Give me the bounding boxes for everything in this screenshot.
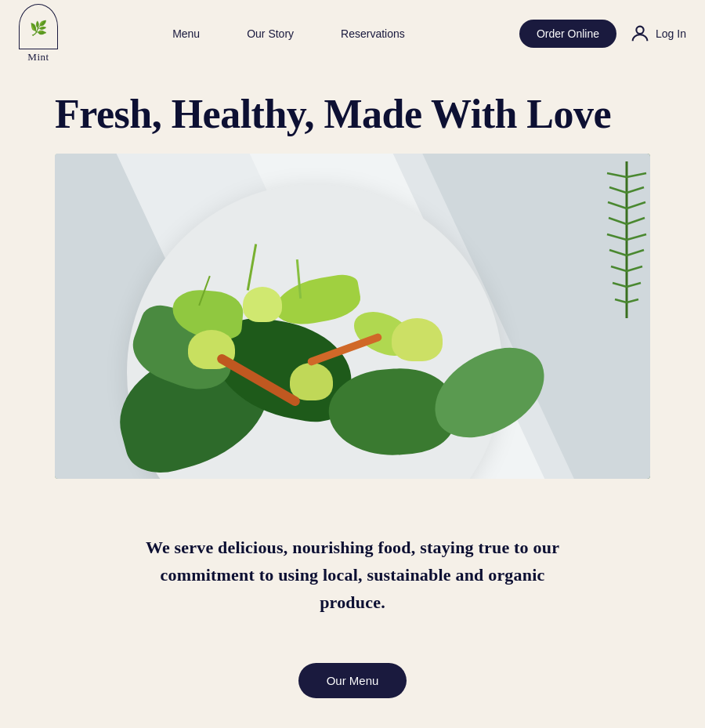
svg-line-10: [607, 234, 627, 240]
svg-line-3: [627, 173, 646, 177]
microgreens-2: [271, 272, 363, 329]
svg-line-7: [627, 202, 645, 208]
nav-menu[interactable]: Menu: [172, 27, 200, 40]
leaf-icon: 🌿: [30, 21, 47, 35]
logo-box: 🌿: [19, 4, 58, 49]
food-pile: [55, 154, 650, 479]
romanesco-2: [243, 287, 282, 322]
brand-name: Mint: [27, 51, 49, 63]
user-icon: [629, 23, 651, 45]
tagline-section: We serve delicious, nourishing food, sta…: [55, 518, 650, 632]
logo[interactable]: 🌿 Mint: [19, 4, 58, 63]
login-label: Log In: [656, 27, 686, 40]
svg-line-13: [627, 250, 644, 255]
svg-point-0: [636, 27, 643, 34]
svg-line-9: [627, 218, 645, 224]
svg-line-14: [611, 266, 627, 271]
svg-line-18: [615, 299, 627, 302]
header-actions: Order Online Log In: [519, 20, 686, 48]
romanesco-3: [290, 363, 333, 400]
svg-line-8: [609, 218, 627, 224]
svg-line-6: [608, 202, 627, 208]
site-header: 🌿 Mint Menu Our Story Reservations Order…: [0, 0, 705, 67]
tagline-text: We serve delicious, nourishing food, sta…: [133, 534, 572, 617]
romanesco-4: [392, 318, 443, 361]
rosemary-herb: [603, 161, 650, 318]
sprout-stem-1: [247, 244, 257, 291]
login-area[interactable]: Log In: [629, 23, 686, 45]
svg-line-5: [627, 187, 644, 193]
main-nav: Menu Our Story Reservations: [172, 27, 405, 40]
hero-image: [55, 154, 650, 479]
order-online-button[interactable]: Order Online: [519, 20, 616, 48]
svg-line-2: [607, 173, 627, 177]
food-image-canvas: [55, 154, 650, 479]
svg-line-19: [627, 299, 638, 302]
nav-reservations[interactable]: Reservations: [341, 27, 405, 40]
svg-line-16: [613, 283, 627, 287]
main-content: Fresh, Healthy, Made With Love: [0, 67, 705, 728]
hero-title: Fresh, Healthy, Made With Love: [55, 91, 650, 138]
svg-line-17: [627, 283, 641, 287]
our-menu-button[interactable]: Our Menu: [298, 663, 407, 698]
svg-line-12: [609, 250, 627, 255]
svg-line-15: [627, 266, 642, 271]
svg-line-11: [627, 234, 646, 240]
nav-our-story[interactable]: Our Story: [247, 27, 294, 40]
svg-line-4: [609, 187, 627, 193]
